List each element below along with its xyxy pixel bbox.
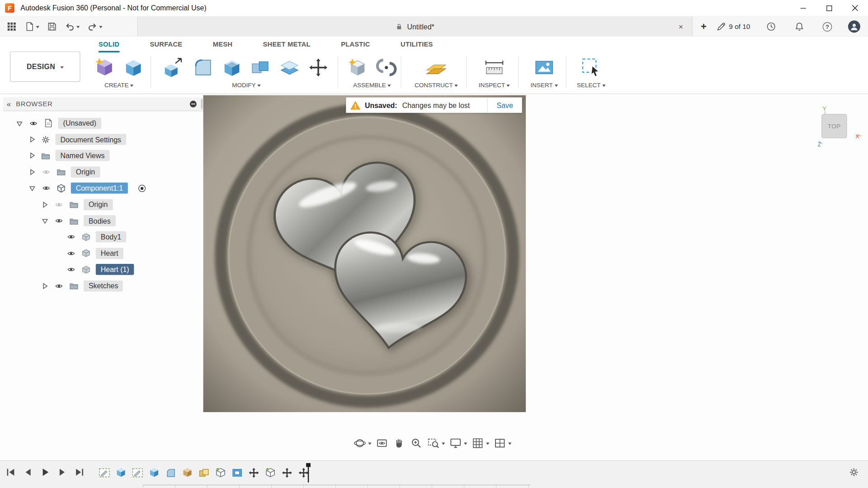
insert-image-button[interactable] — [532, 55, 557, 80]
step-forward-button[interactable] — [57, 467, 67, 479]
collapse-browser-icon[interactable]: « — [7, 99, 10, 108]
visibility-eye-icon[interactable] — [41, 184, 52, 192]
fit-button[interactable] — [427, 436, 445, 450]
construct-dropdown[interactable]: CONSTRUCT — [406, 82, 466, 89]
timeline-feature-combine-icon[interactable] — [198, 467, 210, 479]
look-at-button[interactable] — [375, 436, 388, 450]
insert-dropdown[interactable]: INSERT — [523, 82, 566, 89]
timeline-feature-sketch-icon[interactable] — [99, 467, 110, 479]
new-component-button[interactable] — [345, 55, 370, 80]
play-button[interactable] — [40, 467, 50, 479]
job-status[interactable]: 9 of 10 — [716, 22, 750, 32]
timeline-feature-component-icon[interactable] — [215, 467, 226, 479]
combine-button[interactable] — [249, 55, 273, 80]
expander-closed-icon[interactable] — [41, 282, 49, 290]
minimize-button[interactable] — [790, 0, 816, 16]
skip-to-end-button[interactable] — [74, 467, 85, 479]
tab-solid[interactable]: SOLID — [99, 40, 119, 52]
timeline-settings-button[interactable] — [849, 467, 859, 479]
undo-button[interactable] — [62, 19, 82, 34]
expander-open-icon[interactable] — [15, 119, 23, 127]
timeline-feature-move-icon[interactable] — [248, 467, 260, 479]
help-button[interactable]: ? — [821, 19, 835, 34]
grid-settings-button[interactable] — [471, 436, 489, 450]
offset-face-button[interactable] — [277, 55, 302, 80]
document-tab[interactable]: Untitled* × — [137, 17, 693, 37]
timeline-feature-fillet-icon[interactable] — [165, 467, 177, 479]
workspace-switcher[interactable]: DESIGN — [10, 52, 80, 82]
modify-dropdown[interactable]: MODIFY — [156, 82, 336, 89]
tree-item-body1[interactable]: Body1 — [3, 229, 203, 245]
visibility-eye-icon[interactable] — [54, 217, 64, 225]
tree-item-heart-1[interactable]: Heart (1) — [3, 262, 203, 278]
notifications-button[interactable] — [792, 19, 807, 34]
close-window-button[interactable] — [842, 0, 868, 16]
expander-closed-icon[interactable] — [41, 201, 49, 208]
close-tab-icon[interactable]: × — [675, 21, 686, 32]
3d-viewport[interactable]: Unsaved: Changes may be lost Save — [203, 95, 526, 413]
tree-item-sketches[interactable]: Sketches — [3, 278, 203, 294]
visibility-eye-icon[interactable] — [66, 249, 76, 257]
timeline-feature-offset-icon[interactable] — [231, 467, 243, 479]
construct-plane-button[interactable] — [424, 55, 448, 80]
tree-item-label[interactable]: Body1 — [96, 231, 126, 242]
expander-closed-icon[interactable] — [28, 168, 36, 176]
tree-item-named-views[interactable]: Named Views — [3, 148, 203, 164]
expander-open-icon[interactable] — [41, 217, 49, 225]
tree-item-label[interactable]: Named Views — [55, 150, 109, 161]
visibility-eye-icon[interactable] — [54, 282, 64, 290]
save-button[interactable] — [45, 19, 59, 34]
recent-activity-button[interactable] — [764, 19, 778, 34]
skip-to-start-button[interactable] — [5, 467, 16, 479]
timeline-feature-sketch-icon[interactable] — [132, 467, 143, 479]
shell-button[interactable] — [220, 55, 244, 80]
visibility-eye-off-icon[interactable] — [54, 201, 64, 208]
visibility-eye-icon[interactable] — [28, 119, 38, 127]
display-settings-button[interactable] — [449, 436, 467, 450]
redo-button[interactable] — [85, 19, 105, 34]
browser-hide-icon[interactable] — [189, 100, 197, 108]
tree-item-label[interactable]: Component1:1 — [71, 183, 128, 193]
user-avatar[interactable] — [848, 20, 860, 33]
tab-mesh[interactable]: MESH — [213, 40, 232, 52]
visibility-eye-off-icon[interactable] — [41, 168, 52, 176]
app-grid-button[interactable] — [5, 19, 19, 34]
tree-item-origin[interactable]: Origin — [3, 164, 203, 180]
tree-item-label[interactable]: Heart (1) — [96, 264, 134, 275]
timeline-feature-move-icon[interactable] — [281, 467, 293, 479]
step-back-button[interactable] — [23, 467, 33, 479]
measure-button[interactable] — [482, 55, 507, 80]
visibility-eye-icon[interactable] — [66, 266, 76, 273]
maximize-button[interactable] — [816, 0, 842, 16]
pan-button[interactable] — [392, 436, 406, 450]
timeline-feature-extrude-icon[interactable] — [115, 467, 127, 479]
tree-item-label[interactable]: Origin — [71, 166, 100, 177]
tab-plastic[interactable]: PLASTIC — [341, 40, 370, 52]
tree-item-label[interactable]: Bodies — [84, 215, 116, 226]
select-dropdown[interactable]: SELECT — [569, 82, 613, 89]
timeline-feature-form-icon[interactable] — [182, 467, 193, 479]
rendered-scene[interactable] — [203, 95, 526, 413]
tab-sheet-metal[interactable]: SHEET METAL — [263, 40, 311, 52]
browser-scrollbar[interactable] — [201, 99, 203, 109]
tree-item-label[interactable]: Origin — [84, 199, 113, 210]
timeline-position-marker[interactable] — [308, 463, 309, 483]
viewports-button[interactable] — [493, 436, 511, 450]
tree-item-document-settings[interactable]: Document Settings — [3, 131, 203, 148]
tree-item-label[interactable]: Heart — [96, 248, 123, 258]
assemble-dropdown[interactable]: ASSEMBLE — [343, 82, 401, 89]
tree-item-bodies[interactable]: Bodies — [3, 213, 203, 229]
tree-item-unsaved[interactable]: (Unsaved) — [3, 115, 203, 131]
select-button[interactable] — [579, 55, 604, 80]
press-pull-button[interactable] — [162, 55, 187, 80]
file-menu-button[interactable] — [22, 19, 42, 34]
timeline-feature-extrude-icon[interactable] — [148, 467, 160, 479]
visibility-eye-icon[interactable] — [66, 233, 76, 241]
create-dropdown[interactable]: CREATE — [89, 82, 150, 89]
viewcube[interactable]: Y TOP X Z — [818, 106, 858, 148]
orbit-button[interactable] — [353, 436, 371, 450]
expander-open-icon[interactable] — [28, 184, 36, 192]
timeline-feature-component-icon[interactable] — [264, 467, 276, 479]
tab-surface[interactable]: SURFACE — [150, 40, 182, 52]
tree-item-component1[interactable]: Component1:1 — [3, 180, 203, 197]
